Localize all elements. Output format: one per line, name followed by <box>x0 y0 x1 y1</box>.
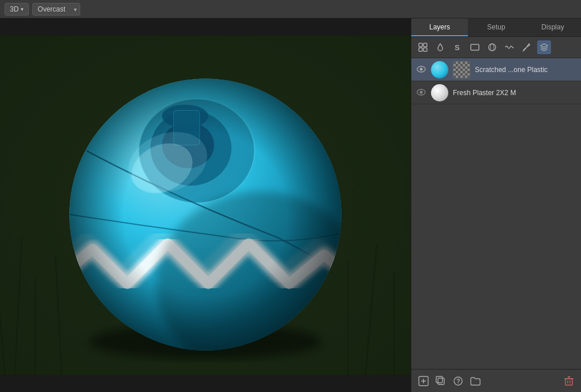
layer-thumbnail-2 <box>431 84 448 101</box>
right-panel: Layers Setup Display <box>411 18 581 392</box>
duplicate-icon <box>436 376 446 386</box>
layer-item-2[interactable]: Fresh Plaster 2X2 M <box>411 81 581 104</box>
svg-rect-9 <box>393 272 395 375</box>
view-mode-label: 3D <box>10 5 18 13</box>
bottom-left-icons: ? <box>417 375 482 387</box>
svg-rect-26 <box>423 48 427 51</box>
svg-text:S: S <box>455 43 460 52</box>
tab-display[interactable]: Display <box>524 18 581 36</box>
sphere-icon <box>488 43 497 52</box>
top-toolbar: 3D ▾ Overcast <box>0 0 581 18</box>
eye-icon <box>417 66 426 73</box>
layer-item-1[interactable]: Scratched ...one Plastic <box>411 58 581 81</box>
tab-layers[interactable]: Layers <box>411 18 468 36</box>
bottom-toolbar: ? <box>411 369 581 392</box>
svg-rect-42 <box>565 379 572 385</box>
layer-thumbnail-1 <box>431 61 448 78</box>
layer-name-2: Fresh Plaster 2X2 M <box>453 89 576 97</box>
brush-icon <box>522 43 531 52</box>
rect-icon-btn[interactable] <box>468 40 482 54</box>
layer-visibility-2[interactable] <box>416 88 426 97</box>
sphere-icon-btn[interactable] <box>485 40 499 54</box>
main-area: Layers Setup Display <box>0 18 581 392</box>
svg-rect-39 <box>436 376 443 383</box>
folder-icon <box>470 376 481 386</box>
svg-rect-38 <box>438 378 444 385</box>
svg-point-34 <box>420 91 423 93</box>
svg-rect-7 <box>347 261 348 375</box>
brush-icon-btn[interactable] <box>520 40 534 54</box>
grid-icon-btn[interactable] <box>416 40 430 54</box>
svg-rect-25 <box>419 48 422 51</box>
add-layer-button[interactable] <box>417 375 430 387</box>
svg-text:?: ? <box>456 378 460 385</box>
svg-rect-5 <box>35 278 36 375</box>
eye-icon-2 <box>417 89 426 96</box>
icon-toolbar: S <box>411 37 581 58</box>
layers-list: Scratched ...one Plastic Fresh Plaster 2… <box>411 58 581 369</box>
viewport-canvas <box>0 18 411 392</box>
layers-icon-btn[interactable] <box>537 40 551 54</box>
view-mode-chevron-icon: ▾ <box>21 6 24 12</box>
delete-button[interactable] <box>563 375 575 387</box>
delete-icon <box>564 376 574 386</box>
viewport[interactable] <box>0 18 411 392</box>
svg-point-30 <box>490 44 494 51</box>
wave-icon <box>505 43 514 52</box>
drop-icon <box>436 43 445 52</box>
layer-name-1: Scratched ...one Plastic <box>475 66 576 74</box>
s-icon: S <box>453 43 462 52</box>
help-button[interactable]: ? <box>452 375 464 387</box>
wave-icon-btn[interactable] <box>503 40 516 54</box>
environment-dropdown[interactable]: Overcast <box>32 3 80 16</box>
layer-pattern-thumb-1 <box>453 61 470 78</box>
rect-icon <box>470 43 479 52</box>
tab-setup[interactable]: Setup <box>468 18 524 36</box>
folder-button[interactable] <box>469 375 482 387</box>
add-layer-icon <box>418 376 429 386</box>
svg-point-32 <box>420 67 423 70</box>
svg-rect-28 <box>471 44 479 50</box>
view-mode-button[interactable]: 3D ▾ <box>5 3 29 16</box>
svg-rect-23 <box>419 43 422 47</box>
svg-point-29 <box>489 44 496 51</box>
layer-visibility-1[interactable] <box>416 65 426 74</box>
s-icon-btn[interactable]: S <box>451 40 464 54</box>
environment-dropdown-wrapper: Overcast <box>32 3 80 16</box>
grid-icon <box>418 43 428 52</box>
panel-tabs: Layers Setup Display <box>411 18 581 37</box>
layers-icon <box>539 43 549 52</box>
svg-rect-24 <box>423 43 427 47</box>
help-icon: ? <box>453 376 463 386</box>
drop-icon-btn[interactable] <box>433 40 447 54</box>
duplicate-button[interactable] <box>434 375 447 387</box>
